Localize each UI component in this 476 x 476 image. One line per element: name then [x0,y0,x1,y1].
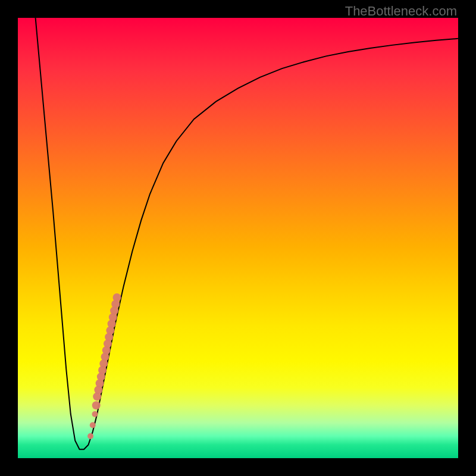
svg-point-0 [87,433,93,439]
watermark-text: TheBottleneck.com [345,4,457,19]
data-point-markers [87,293,121,439]
plot-area [18,18,458,458]
svg-point-19 [113,293,121,302]
chart-container: TheBottleneck.com [0,0,476,476]
svg-point-3 [92,401,101,409]
svg-point-1 [90,422,96,428]
svg-point-2 [92,411,98,417]
chart-svg [18,18,458,458]
